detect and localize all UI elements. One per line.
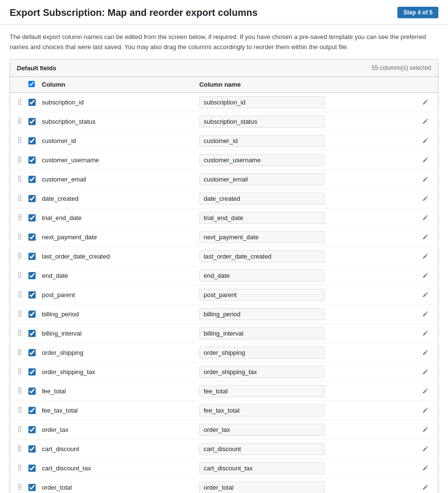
- column-name-input[interactable]: [199, 404, 325, 416]
- drag-handle[interactable]: [17, 98, 28, 106]
- row-checkbox-wrap[interactable]: [28, 195, 42, 202]
- row-checkbox-wrap[interactable]: [28, 407, 42, 414]
- row-checkbox-wrap[interactable]: [28, 445, 42, 453]
- edit-button[interactable]: [420, 233, 431, 241]
- drag-handle[interactable]: [17, 156, 28, 164]
- drag-handle[interactable]: [17, 137, 28, 144]
- row-checkbox-wrap[interactable]: [28, 99, 42, 106]
- edit-button[interactable]: [420, 156, 431, 164]
- row-checkbox-wrap[interactable]: [28, 426, 42, 433]
- drag-handle[interactable]: [17, 387, 28, 395]
- row-checkbox[interactable]: [28, 330, 36, 337]
- row-checkbox-wrap[interactable]: [28, 311, 42, 318]
- row-checkbox-wrap[interactable]: [28, 214, 42, 221]
- drag-handle[interactable]: [17, 175, 28, 183]
- row-checkbox-wrap[interactable]: [28, 291, 42, 298]
- edit-button[interactable]: [420, 483, 431, 492]
- drag-handle[interactable]: [17, 310, 28, 318]
- row-checkbox[interactable]: [28, 291, 36, 298]
- row-checkbox-wrap[interactable]: [28, 349, 42, 356]
- row-checkbox[interactable]: [28, 137, 36, 144]
- column-name-input[interactable]: [199, 212, 325, 224]
- row-checkbox[interactable]: [28, 445, 36, 453]
- column-name-input[interactable]: [199, 231, 325, 243]
- select-all-checkbox[interactable]: [28, 81, 35, 87]
- row-checkbox[interactable]: [28, 388, 36, 395]
- row-checkbox[interactable]: [28, 311, 36, 318]
- drag-handle[interactable]: [17, 329, 28, 337]
- column-name-input[interactable]: [199, 366, 325, 378]
- row-checkbox[interactable]: [28, 484, 36, 491]
- column-name-input[interactable]: [199, 135, 325, 147]
- row-checkbox[interactable]: [28, 465, 36, 472]
- row-checkbox[interactable]: [28, 368, 36, 376]
- column-name-input[interactable]: [199, 481, 325, 493]
- column-name-input[interactable]: [199, 154, 325, 166]
- column-name-input[interactable]: [199, 347, 325, 359]
- row-checkbox-wrap[interactable]: [28, 330, 42, 337]
- edit-button[interactable]: [420, 425, 431, 434]
- row-checkbox-wrap[interactable]: [28, 156, 42, 164]
- column-name-input[interactable]: [199, 308, 325, 320]
- row-checkbox-wrap[interactable]: [28, 176, 42, 183]
- row-checkbox[interactable]: [28, 407, 36, 414]
- drag-handle[interactable]: [17, 349, 28, 356]
- edit-button[interactable]: [420, 310, 431, 318]
- row-checkbox[interactable]: [28, 176, 36, 183]
- column-name-input[interactable]: [199, 96, 325, 108]
- row-checkbox-wrap[interactable]: [28, 272, 42, 279]
- row-checkbox[interactable]: [28, 272, 36, 279]
- row-checkbox[interactable]: [28, 214, 36, 221]
- column-name-input[interactable]: [199, 116, 325, 128]
- edit-button[interactable]: [420, 213, 431, 222]
- row-checkbox-wrap[interactable]: [28, 465, 42, 472]
- row-checkbox-wrap[interactable]: [28, 388, 42, 395]
- column-name-input[interactable]: [199, 173, 325, 185]
- edit-button[interactable]: [420, 348, 431, 357]
- row-checkbox[interactable]: [28, 118, 36, 125]
- column-name-input[interactable]: [199, 327, 325, 339]
- edit-button[interactable]: [420, 387, 431, 395]
- edit-button[interactable]: [420, 271, 431, 280]
- column-name-input[interactable]: [199, 385, 325, 397]
- row-checkbox-wrap[interactable]: [28, 253, 42, 260]
- row-checkbox[interactable]: [28, 426, 36, 433]
- drag-handle[interactable]: [17, 426, 28, 433]
- edit-button[interactable]: [420, 136, 431, 145]
- row-checkbox[interactable]: [28, 349, 36, 356]
- column-name-input[interactable]: [199, 289, 325, 301]
- drag-handle[interactable]: [17, 406, 28, 414]
- edit-button[interactable]: [420, 406, 431, 415]
- column-name-input[interactable]: [199, 193, 325, 205]
- edit-button[interactable]: [420, 290, 431, 299]
- drag-handle[interactable]: [17, 368, 28, 376]
- drag-handle[interactable]: [17, 272, 28, 279]
- drag-handle[interactable]: [17, 195, 28, 202]
- column-name-input[interactable]: [199, 462, 325, 474]
- edit-button[interactable]: [420, 464, 431, 472]
- row-checkbox[interactable]: [28, 195, 36, 202]
- edit-button[interactable]: [420, 252, 431, 260]
- drag-handle[interactable]: [17, 233, 28, 241]
- drag-handle[interactable]: [17, 117, 28, 125]
- drag-handle[interactable]: [17, 483, 28, 491]
- row-checkbox-wrap[interactable]: [28, 368, 42, 376]
- row-checkbox[interactable]: [28, 234, 36, 241]
- row-checkbox-wrap[interactable]: [28, 234, 42, 241]
- drag-handle[interactable]: [17, 252, 28, 260]
- edit-button[interactable]: [420, 98, 431, 106]
- row-checkbox[interactable]: [28, 99, 36, 106]
- edit-button[interactable]: [420, 117, 431, 126]
- drag-handle[interactable]: [17, 445, 28, 453]
- drag-handle[interactable]: [17, 291, 28, 298]
- edit-button[interactable]: [420, 194, 431, 203]
- drag-handle[interactable]: [17, 214, 28, 221]
- edit-button[interactable]: [420, 329, 431, 337]
- row-checkbox-wrap[interactable]: [28, 137, 42, 144]
- column-name-input[interactable]: [199, 270, 325, 282]
- row-checkbox[interactable]: [28, 253, 36, 260]
- row-checkbox-wrap[interactable]: [28, 118, 42, 125]
- column-name-input[interactable]: [199, 424, 325, 436]
- edit-button[interactable]: [420, 175, 431, 183]
- row-checkbox-wrap[interactable]: [28, 484, 42, 491]
